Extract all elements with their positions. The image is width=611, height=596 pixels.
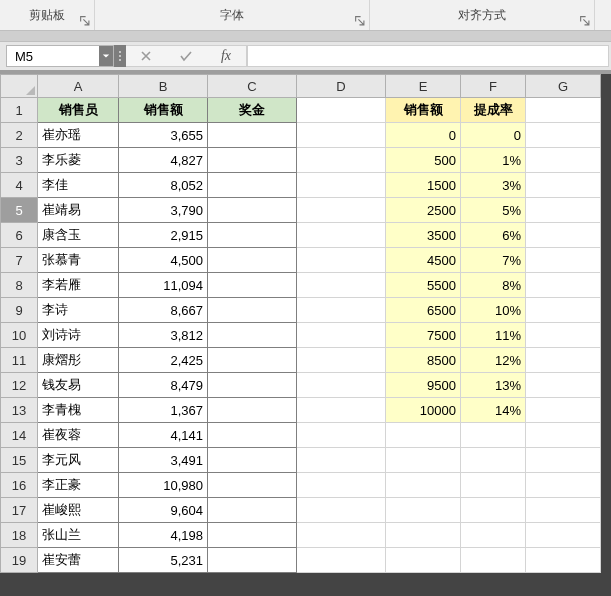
cell-B7[interactable]: 4,500 [119, 248, 208, 273]
row-header[interactable]: 17 [1, 498, 38, 523]
name-box[interactable] [6, 45, 114, 67]
cell-E7[interactable]: 4500 [386, 248, 461, 273]
cell-A7[interactable]: 张慕青 [38, 248, 119, 273]
cell-E12[interactable]: 9500 [386, 373, 461, 398]
cell-D8[interactable] [297, 273, 386, 298]
cell-C2[interactable] [208, 123, 297, 148]
cell-B4[interactable]: 8,052 [119, 173, 208, 198]
cell-G10[interactable] [526, 323, 601, 348]
cell-B15[interactable]: 3,491 [119, 448, 208, 473]
col-header-A[interactable]: A [38, 75, 119, 98]
cell-G8[interactable] [526, 273, 601, 298]
dialog-launcher-icon[interactable] [354, 15, 365, 26]
cell-G19[interactable] [526, 548, 601, 573]
row-header[interactable]: 1 [1, 98, 38, 123]
cell-C4[interactable] [208, 173, 297, 198]
cell-F5[interactable]: 5% [461, 198, 526, 223]
cell-C7[interactable] [208, 248, 297, 273]
cell-B6[interactable]: 2,915 [119, 223, 208, 248]
cell-E18[interactable] [386, 523, 461, 548]
cell-G11[interactable] [526, 348, 601, 373]
cell-E4[interactable]: 1500 [386, 173, 461, 198]
cell-C9[interactable] [208, 298, 297, 323]
cell-D1[interactable] [297, 98, 386, 123]
row-header[interactable]: 2 [1, 123, 38, 148]
row-header[interactable]: 11 [1, 348, 38, 373]
cell-C16[interactable] [208, 473, 297, 498]
col-header-E[interactable]: E [386, 75, 461, 98]
cell-E15[interactable] [386, 448, 461, 473]
col-header-B[interactable]: B [119, 75, 208, 98]
cell-F13[interactable]: 14% [461, 398, 526, 423]
cell-A1[interactable]: 销售员 [38, 98, 119, 123]
cell-F3[interactable]: 1% [461, 148, 526, 173]
row-header[interactable]: 14 [1, 423, 38, 448]
col-header-D[interactable]: D [297, 75, 386, 98]
cancel-icon[interactable] [126, 46, 166, 66]
cell-F9[interactable]: 10% [461, 298, 526, 323]
cell-F4[interactable]: 3% [461, 173, 526, 198]
cell-E6[interactable]: 3500 [386, 223, 461, 248]
cell-B19[interactable]: 5,231 [119, 548, 208, 573]
cell-G9[interactable] [526, 298, 601, 323]
cell-G16[interactable] [526, 473, 601, 498]
cell-G5[interactable] [526, 198, 601, 223]
cell-F8[interactable]: 8% [461, 273, 526, 298]
cell-E3[interactable]: 500 [386, 148, 461, 173]
cell-E14[interactable] [386, 423, 461, 448]
cell-A12[interactable]: 钱友易 [38, 373, 119, 398]
cell-B9[interactable]: 8,667 [119, 298, 208, 323]
cell-D4[interactable] [297, 173, 386, 198]
cell-G15[interactable] [526, 448, 601, 473]
cell-D3[interactable] [297, 148, 386, 173]
cell-G6[interactable] [526, 223, 601, 248]
cell-G4[interactable] [526, 173, 601, 198]
cell-B3[interactable]: 4,827 [119, 148, 208, 173]
cell-B2[interactable]: 3,655 [119, 123, 208, 148]
cell-A2[interactable]: 崔亦瑶 [38, 123, 119, 148]
cell-A15[interactable]: 李元风 [38, 448, 119, 473]
cell-A19[interactable]: 崔安蕾 [38, 548, 119, 573]
cell-B18[interactable]: 4,198 [119, 523, 208, 548]
cell-C3[interactable] [208, 148, 297, 173]
cell-A4[interactable]: 李佳 [38, 173, 119, 198]
cell-E9[interactable]: 6500 [386, 298, 461, 323]
name-box-input[interactable] [13, 48, 99, 65]
row-header[interactable]: 7 [1, 248, 38, 273]
cell-D9[interactable] [297, 298, 386, 323]
row-header[interactable]: 18 [1, 523, 38, 548]
cell-E11[interactable]: 8500 [386, 348, 461, 373]
cell-E1[interactable]: 销售额 [386, 98, 461, 123]
fx-button[interactable]: fx [206, 46, 246, 66]
cell-C10[interactable] [208, 323, 297, 348]
cell-F7[interactable]: 7% [461, 248, 526, 273]
cell-C18[interactable] [208, 523, 297, 548]
cell-F16[interactable] [461, 473, 526, 498]
row-header[interactable]: 5 [1, 198, 38, 223]
cell-D15[interactable] [297, 448, 386, 473]
cell-D18[interactable] [297, 523, 386, 548]
cell-F15[interactable] [461, 448, 526, 473]
enter-icon[interactable] [166, 46, 206, 66]
cell-B13[interactable]: 1,367 [119, 398, 208, 423]
row-header[interactable]: 9 [1, 298, 38, 323]
cell-D17[interactable] [297, 498, 386, 523]
cell-G17[interactable] [526, 498, 601, 523]
cell-G12[interactable] [526, 373, 601, 398]
cell-F10[interactable]: 11% [461, 323, 526, 348]
cell-A6[interactable]: 康含玉 [38, 223, 119, 248]
cell-B5[interactable]: 3,790 [119, 198, 208, 223]
cell-A17[interactable]: 崔峻熙 [38, 498, 119, 523]
cell-F2[interactable]: 0 [461, 123, 526, 148]
cell-E19[interactable] [386, 548, 461, 573]
cell-F1[interactable]: 提成率 [461, 98, 526, 123]
row-header[interactable]: 10 [1, 323, 38, 348]
row-header[interactable]: 3 [1, 148, 38, 173]
cell-D5[interactable] [297, 198, 386, 223]
cell-D19[interactable] [297, 548, 386, 573]
cell-B11[interactable]: 2,425 [119, 348, 208, 373]
cell-D12[interactable] [297, 373, 386, 398]
row-header[interactable]: 15 [1, 448, 38, 473]
cell-E8[interactable]: 5500 [386, 273, 461, 298]
cell-B12[interactable]: 8,479 [119, 373, 208, 398]
